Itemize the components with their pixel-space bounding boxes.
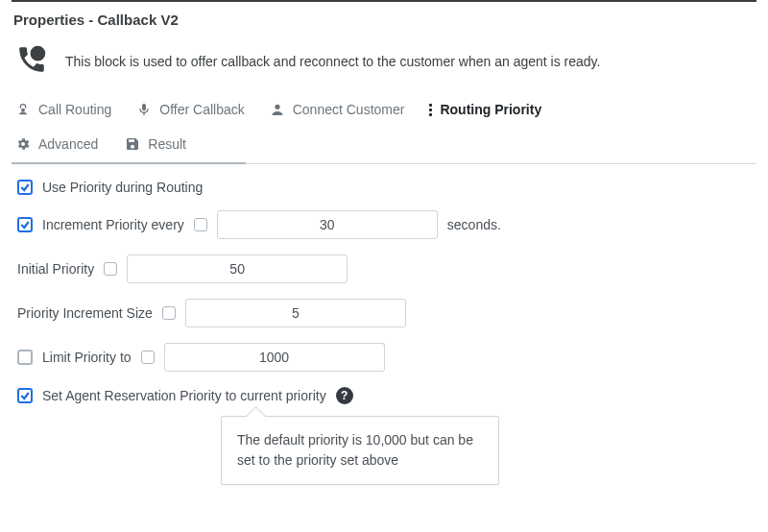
tabs-row-1: Call Routing Offer Callback Connect Cust… — [12, 94, 756, 125]
tab-advanced[interactable]: Advanced — [13, 129, 100, 159]
row-increment-every: Increment Priority every seconds. — [17, 210, 751, 239]
person-icon — [270, 102, 285, 117]
tab-label: Result — [148, 136, 186, 152]
microphone-icon — [136, 102, 152, 117]
tab-call-routing[interactable]: Call Routing — [13, 94, 113, 125]
top-divider — [12, 0, 756, 2]
gear-icon — [15, 136, 31, 152]
checkbox-limit-priority[interactable] — [17, 350, 33, 365]
input-increment-every[interactable] — [217, 210, 438, 239]
tab-routing-priority[interactable]: Routing Priority — [427, 94, 543, 125]
tab-bar: Call Routing Offer Callback Connect Cust… — [12, 94, 756, 164]
var-toggle-increment-size[interactable] — [162, 306, 176, 320]
panel-description: This block is used to offer callback and… — [65, 54, 600, 69]
properties-panel: Properties - Callback V2 This block is u… — [0, 0, 768, 496]
subtab-underline — [12, 162, 246, 164]
checkbox-set-agent-reservation[interactable] — [17, 388, 33, 403]
row-use-priority: Use Priority during Routing — [17, 180, 751, 195]
panel-title: Properties - Callback V2 — [12, 10, 756, 37]
person-headset-icon — [15, 102, 31, 117]
tab-result[interactable]: Result — [123, 129, 188, 159]
save-icon — [125, 136, 140, 152]
help-tooltip: The default priority is 10,000 but can b… — [221, 416, 499, 485]
priority-icon — [429, 104, 432, 116]
tabs-row-2: Advanced Result — [12, 125, 756, 163]
tab-label: Call Routing — [38, 102, 111, 117]
label-limit-priority: Limit Priority to — [42, 350, 132, 365]
row-increment-size: Priority Increment Size — [17, 299, 751, 327]
checkbox-increment-every[interactable] — [17, 217, 33, 232]
label-initial-priority: Initial Priority — [17, 261, 94, 277]
tab-connect-customer[interactable]: Connect Customer — [268, 94, 407, 125]
tab-offer-callback[interactable]: Offer Callback — [134, 94, 246, 125]
tooltip-text: The default priority is 10,000 but can b… — [237, 432, 473, 468]
input-increment-size[interactable] — [185, 299, 406, 327]
help-icon[interactable]: ? — [336, 387, 353, 404]
label-use-priority: Use Priority during Routing — [42, 180, 203, 195]
label-set-agent-reservation: Set Agent Reservation Priority to curren… — [42, 388, 326, 403]
tab-label: Offer Callback — [159, 102, 244, 117]
description-row: This block is used to offer callback and… — [12, 37, 756, 94]
tab-label: Connect Customer — [293, 102, 405, 117]
input-limit-priority[interactable] — [164, 343, 385, 372]
var-toggle-initial-priority[interactable] — [104, 262, 117, 276]
suffix-seconds: seconds. — [447, 217, 501, 232]
row-initial-priority: Initial Priority — [17, 254, 751, 283]
tab-label: Routing Priority — [440, 102, 541, 117]
var-toggle-limit-priority[interactable] — [141, 351, 155, 364]
label-increment-size: Priority Increment Size — [17, 305, 153, 321]
checkbox-use-priority[interactable] — [17, 180, 33, 195]
row-set-agent-reservation: Set Agent Reservation Priority to curren… — [17, 387, 751, 404]
var-toggle-increment-every[interactable] — [194, 218, 207, 231]
input-initial-priority[interactable] — [127, 254, 348, 283]
routing-priority-form: Use Priority during Routing Increment Pr… — [12, 164, 756, 485]
label-increment-every: Increment Priority every — [42, 217, 184, 232]
row-limit-priority: Limit Priority to — [17, 343, 751, 372]
tab-label: Advanced — [38, 136, 98, 152]
callback-icon — [15, 43, 48, 79]
